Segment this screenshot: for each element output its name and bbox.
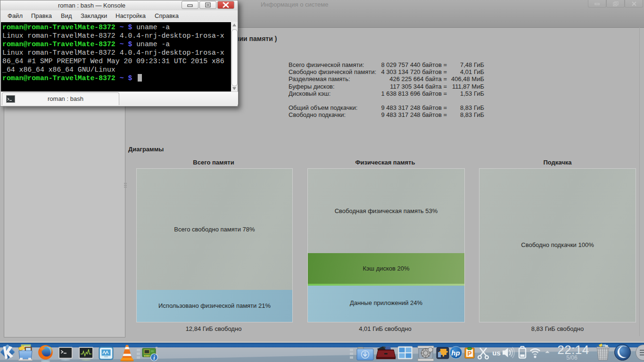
svg-text:us: us	[492, 349, 501, 357]
svg-text:hp: hp	[451, 349, 460, 357]
svg-text:P: P	[467, 350, 471, 357]
